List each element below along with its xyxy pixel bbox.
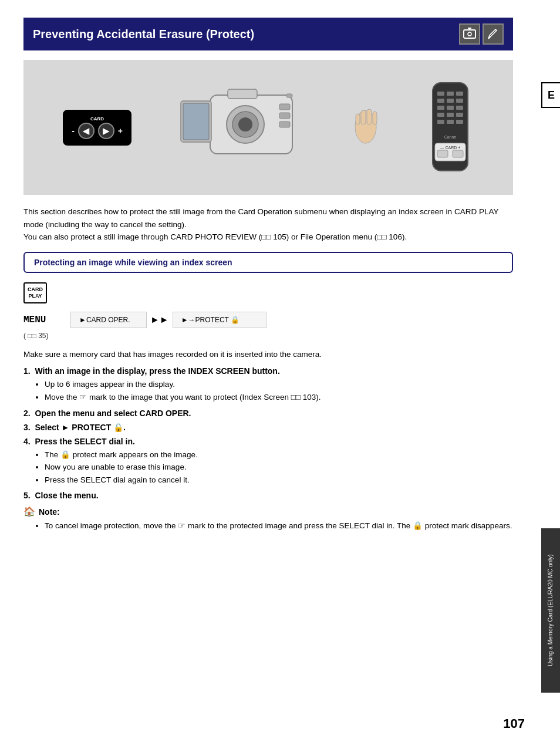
steps-section: 1. With an image in the display, press t…: [23, 366, 513, 500]
side-tab-e: E: [541, 82, 560, 108]
menu-double-arrow: ►►: [147, 315, 173, 325]
step-1-title: 1. With an image in the display, press t…: [23, 366, 513, 376]
card-play-badge: CARD PLAY: [23, 282, 47, 303]
svg-rect-27: [447, 99, 454, 103]
svg-rect-18: [361, 110, 366, 124]
menu-item-protect: ►→PROTECT 🔒: [173, 312, 266, 328]
note-title: 🏠 Note:: [23, 506, 513, 517]
svg-rect-33: [447, 113, 454, 117]
title-bar: Preventing Accidental Erasure (Protect): [23, 18, 513, 50]
step-4-bullet-3: Press the SELECT dial again to cancel it…: [45, 474, 513, 487]
step-3-title: 3. Select ► PROTECT 🔒.: [23, 423, 513, 432]
card-play-line1: CARD: [28, 286, 43, 293]
main-content: Preventing Accidental Erasure (Protect): [23, 0, 537, 532]
step-4-bullet-1: The 🔒 protect mark appears on the image.: [45, 448, 513, 461]
svg-rect-11: [279, 104, 290, 110]
description-para1: This section describes how to protect th…: [23, 207, 498, 229]
pencil-icon: [483, 23, 504, 45]
step-5-title: 5. Close the menu.: [23, 491, 513, 500]
page-number-text: 107: [503, 716, 525, 731]
camera-body-diagram: [175, 77, 304, 177]
svg-rect-29: [437, 106, 444, 110]
step-1-bullets: Up to 6 images appear in the display. Mo…: [35, 378, 513, 403]
description-text: This section describes how to protect th…: [23, 205, 513, 244]
svg-rect-28: [456, 99, 463, 103]
description-para2: You can also protect a still image throu…: [23, 232, 407, 241]
hand-insert-diagram: [348, 103, 383, 152]
svg-text:Canon: Canon: [444, 135, 457, 139]
svg-rect-42: [453, 150, 463, 157]
svg-point-3: [468, 32, 471, 36]
side-tab-vertical: Using a Memory Card (ELURA20 MC only): [541, 528, 560, 693]
side-tab-letter: E: [548, 89, 555, 102]
step-3: 3. Select ► PROTECT 🔒.: [23, 423, 513, 432]
step-4-title: 4. Press the SELECT dial in.: [23, 437, 513, 446]
side-vertical-text: Using a Memory Card (ELURA20 MC only): [546, 555, 555, 667]
step-intro-text: Make sure a memory card that has images …: [23, 350, 322, 359]
step-intro: Make sure a memory card that has images …: [23, 348, 513, 361]
menu-page-ref: ( □□ 35): [23, 332, 513, 340]
step-1-bullet-2: Move the ☞ mark to the image that you wa…: [45, 391, 513, 404]
card-play-line2: PLAY: [28, 293, 42, 299]
sub-heading: Protecting an image while viewing an ind…: [23, 252, 513, 273]
svg-rect-35: [437, 120, 444, 124]
step-4: 4. Press the SELECT dial in. The 🔒 prote…: [23, 437, 513, 487]
note-bullet-1: To cancel image protection, move the ☞ m…: [45, 519, 513, 532]
camera-diagram: CARD - ◀ ▶ +: [23, 60, 513, 195]
svg-rect-15: [183, 103, 209, 140]
svg-line-5: [495, 29, 497, 31]
page-title: Preventing Accidental Erasure (Protect): [33, 28, 254, 41]
svg-point-9: [238, 117, 252, 131]
menu-item-card-oper: ►CARD OPER.: [70, 312, 147, 328]
step-4-bullets: The 🔒 protect mark appears on the image.…: [35, 448, 513, 487]
page-number: 107: [503, 716, 525, 731]
step-2: 2. Open the menu and select CARD OPER.: [23, 409, 513, 418]
svg-rect-32: [437, 113, 444, 117]
note-label: Note:: [39, 507, 60, 517]
camera-icon: [459, 23, 480, 45]
svg-rect-12: [279, 113, 290, 119]
dial-control: CARD - ◀ ▶ +: [63, 110, 131, 146]
note-section: 🏠 Note: To cancel image protection, move…: [23, 506, 513, 532]
step-2-title: 2. Open the menu and select CARD OPER.: [23, 409, 513, 418]
step-1: 1. With an image in the display, press t…: [23, 366, 513, 403]
menu-row: MENU ►CARD OPER. ►► ►→PROTECT 🔒: [23, 312, 513, 328]
menu-label: MENU: [23, 315, 70, 325]
menu-item2-text: ►→PROTECT 🔒: [181, 316, 239, 324]
svg-rect-23: [437, 92, 444, 96]
step-4-bullet-2: Now you are unable to erase this image.: [45, 461, 513, 474]
step-1-bullet-1: Up to 6 images appear in the display.: [45, 378, 513, 391]
svg-rect-10: [228, 89, 257, 99]
svg-rect-13: [279, 122, 290, 127]
svg-rect-31: [456, 106, 463, 110]
svg-rect-34: [456, 113, 463, 117]
remote-control-diagram: Canon — CARD +: [427, 80, 474, 176]
svg-rect-26: [437, 99, 444, 103]
note-bullets: To cancel image protection, move the ☞ m…: [35, 519, 513, 532]
svg-rect-20: [373, 112, 377, 124]
note-icon: 🏠: [23, 506, 35, 517]
svg-rect-41: [437, 150, 448, 157]
title-icons: [459, 23, 504, 45]
menu-item1-text: ►CARD OPER.: [79, 316, 130, 324]
svg-text:— CARD +: — CARD +: [440, 146, 460, 150]
svg-rect-0: [464, 30, 475, 38]
svg-rect-37: [456, 120, 463, 124]
svg-rect-19: [367, 109, 372, 124]
svg-rect-30: [447, 106, 454, 110]
sub-heading-text: Protecting an image while viewing an ind…: [34, 258, 232, 267]
svg-rect-25: [456, 92, 463, 96]
image-diagram-area: CARD - ◀ ▶ +: [23, 60, 513, 195]
svg-rect-24: [447, 92, 454, 96]
svg-rect-16: [286, 94, 292, 97]
svg-rect-36: [447, 120, 454, 124]
step-5: 5. Close the menu.: [23, 491, 513, 500]
svg-rect-21: [356, 114, 360, 124]
